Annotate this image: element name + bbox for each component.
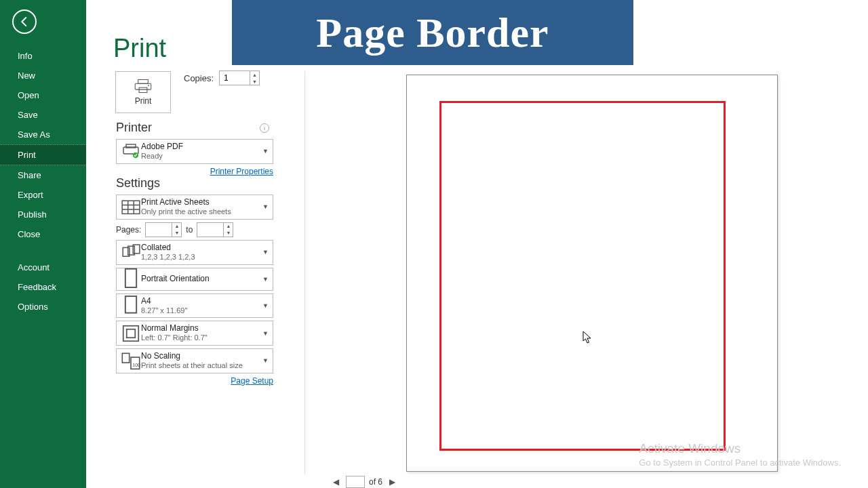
chevron-down-icon: ▼ xyxy=(262,330,269,337)
copies-up[interactable]: ▲ xyxy=(250,71,259,78)
nav-save-as[interactable]: Save As xyxy=(0,125,86,144)
printer-info-icon[interactable]: i xyxy=(260,123,269,133)
paper-l2: 8.27" x 11.69" xyxy=(141,306,262,316)
svg-rect-14 xyxy=(127,329,136,338)
pages-row: Pages: ▲▼ to ▲▼ xyxy=(116,222,273,237)
cursor-icon xyxy=(583,331,592,344)
nav-close[interactable]: Close xyxy=(0,224,86,244)
printer-properties-link[interactable]: Printer Properties xyxy=(116,167,273,176)
pager-next[interactable]: ▶ xyxy=(387,477,398,487)
orientation-l1: Portrait Orientation xyxy=(141,271,262,287)
print-preview xyxy=(406,75,778,472)
print-button[interactable]: Print xyxy=(115,71,171,113)
nav-print[interactable]: Print xyxy=(0,144,86,165)
page-setup-link[interactable]: Page Setup xyxy=(116,376,273,386)
svg-rect-7 xyxy=(122,201,140,214)
pager-current-input[interactable] xyxy=(346,476,365,488)
pages-to-input[interactable] xyxy=(197,225,224,235)
nav-new[interactable]: New xyxy=(0,66,86,85)
margins-l1: Normal Margins xyxy=(141,323,262,333)
scaling-icon: 100 xyxy=(121,352,141,369)
printer-dropdown[interactable]: Adobe PDF Ready ▼ xyxy=(116,139,273,164)
nav-primary: Info New Open Save Save As Print Share E… xyxy=(0,46,86,317)
collate-l2: 1,2,3 1,2,3 1,2,3 xyxy=(141,253,262,262)
nav-options[interactable]: Options xyxy=(0,297,86,317)
back-button[interactable] xyxy=(12,9,37,34)
copies-input[interactable] xyxy=(220,73,247,83)
nav-share[interactable]: Share xyxy=(0,165,86,185)
paper-l1: A4 xyxy=(141,296,262,306)
pages-to-up[interactable]: ▲ xyxy=(224,223,233,230)
margins-icon xyxy=(121,325,141,342)
nav-export[interactable]: Export xyxy=(0,185,86,205)
printer-name: Adobe PDF xyxy=(141,142,262,152)
printer-icon xyxy=(133,79,153,94)
svg-rect-13 xyxy=(123,325,139,341)
svg-rect-2 xyxy=(139,87,147,92)
copies-row: Copies: ▲▼ xyxy=(184,70,260,85)
chevron-down-icon: ▼ xyxy=(262,276,269,283)
print-what-dropdown[interactable]: Print Active SheetsOnly print the active… xyxy=(116,195,273,220)
pages-from-spinner[interactable]: ▲▼ xyxy=(145,222,182,237)
print-backstage: Print Print Copies: ▲▼ Printer i Adobe P… xyxy=(86,0,868,488)
pager-of-label: of 6 xyxy=(369,477,382,487)
printer-device-icon xyxy=(121,142,141,160)
svg-rect-0 xyxy=(138,79,149,83)
arrow-left-icon xyxy=(18,16,31,28)
nav-open[interactable]: Open xyxy=(0,85,86,105)
copies-spinner[interactable]: ▲▼ xyxy=(219,70,260,85)
scaling-l1: No Scaling xyxy=(141,351,262,361)
pages-to-down[interactable]: ▼ xyxy=(224,230,233,237)
svg-rect-12 xyxy=(125,296,136,313)
settings-section: Settings Print Active SheetsOnly print t… xyxy=(116,176,273,386)
margins-dropdown[interactable]: Normal MarginsLeft: 0.7" Right: 0.7" ▼ xyxy=(116,321,273,346)
pages-label: Pages: xyxy=(116,225,141,235)
print-what-l2: Only print the active sheets xyxy=(141,207,262,217)
nav-info[interactable]: Info xyxy=(0,46,86,66)
pages-from-input[interactable] xyxy=(146,225,173,235)
page-border-rectangle xyxy=(439,101,726,451)
pages-to-label: to xyxy=(186,225,193,235)
nav-publish[interactable]: Publish xyxy=(0,205,86,224)
sheets-icon xyxy=(121,198,141,216)
svg-rect-15 xyxy=(122,353,129,363)
page-icon xyxy=(121,297,141,314)
chevron-down-icon: ▼ xyxy=(262,148,269,155)
copies-down[interactable]: ▼ xyxy=(250,78,259,85)
overlay-banner: Page Border xyxy=(232,0,633,65)
portrait-icon xyxy=(121,270,141,288)
collate-dropdown[interactable]: Collated1,2,3 1,2,3 1,2,3 ▼ xyxy=(116,240,273,265)
chevron-down-icon: ▼ xyxy=(262,249,269,256)
chevron-down-icon: ▼ xyxy=(262,357,269,364)
printer-section: Printer i Adobe PDF Ready ▼ Printer Prop… xyxy=(116,121,273,176)
pages-from-up[interactable]: ▲ xyxy=(172,223,181,230)
collate-l1: Collated xyxy=(141,243,262,253)
margins-l2: Left: 0.7" Right: 0.7" xyxy=(141,333,262,343)
chevron-down-icon: ▼ xyxy=(262,203,269,210)
paper-size-dropdown[interactable]: A48.27" x 11.69" ▼ xyxy=(116,293,273,319)
chevron-down-icon: ▼ xyxy=(262,302,269,309)
orientation-dropdown[interactable]: Portrait Orientation ▼ xyxy=(116,268,273,291)
pages-from-down[interactable]: ▼ xyxy=(172,230,181,237)
nav-account[interactable]: Account xyxy=(0,258,86,277)
nav-save[interactable]: Save xyxy=(0,105,86,125)
divider xyxy=(304,71,305,474)
svg-text:100: 100 xyxy=(132,362,140,367)
pager-prev[interactable]: ◀ xyxy=(330,477,342,487)
print-button-label: Print xyxy=(135,96,152,106)
settings-heading: Settings xyxy=(116,176,273,190)
scaling-l2: Print sheets at their actual size xyxy=(141,361,262,371)
page-title: Print xyxy=(113,34,166,63)
nav-feedback[interactable]: Feedback xyxy=(0,277,86,297)
print-what-l1: Print Active Sheets xyxy=(141,197,262,207)
svg-rect-11 xyxy=(125,269,136,287)
svg-rect-1 xyxy=(135,83,151,89)
preview-pager: ◀ of 6 ▶ xyxy=(330,476,398,488)
scaling-dropdown[interactable]: 100 No ScalingPrint sheets at their actu… xyxy=(116,348,273,373)
svg-point-3 xyxy=(148,85,149,86)
backstage-sidebar: Info New Open Save Save As Print Share E… xyxy=(0,0,86,488)
copies-label: Copies: xyxy=(184,73,214,83)
printer-heading: Printer xyxy=(116,121,273,135)
pages-to-spinner[interactable]: ▲▼ xyxy=(197,222,233,237)
collate-icon xyxy=(121,243,141,261)
